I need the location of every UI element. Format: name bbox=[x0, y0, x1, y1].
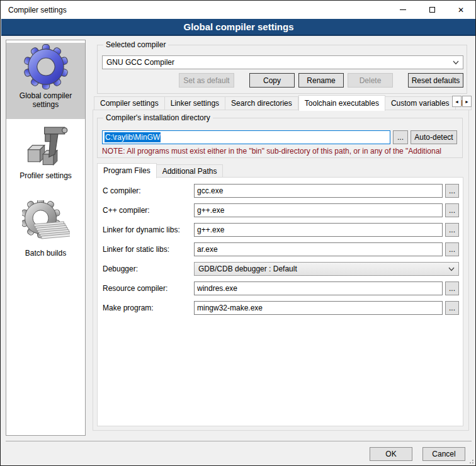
tab-toolchain-executables[interactable]: Toolchain executables bbox=[298, 95, 385, 111]
selected-compiler-group: Selected compiler GNU GCC Compiler Set a… bbox=[97, 45, 467, 94]
c-compiler-input[interactable] bbox=[194, 184, 443, 198]
install-dir-selected-text: C:\raylib\MinGW bbox=[105, 132, 161, 142]
selected-compiler-value: GNU GCC Compiler bbox=[106, 58, 453, 67]
field-label: Linker for dynamic libs: bbox=[103, 225, 194, 234]
field-row-debugger: Debugger: GDB/CDB debugger : Default bbox=[103, 262, 459, 276]
c-compiler-browse-button[interactable]: ... bbox=[445, 184, 459, 198]
resize-grip[interactable] bbox=[468, 458, 473, 463]
cpp-compiler-browse-button[interactable]: ... bbox=[445, 203, 459, 217]
delete-button: Delete bbox=[348, 73, 393, 88]
profiler-caliper-icon bbox=[22, 123, 70, 171]
install-dir-browse-button[interactable]: ... bbox=[393, 130, 408, 144]
banner: Global compiler settings bbox=[1, 19, 476, 36]
field-row-c-compiler: C compiler: ... bbox=[103, 184, 459, 198]
field-label: Linker for static libs: bbox=[103, 245, 194, 254]
minimize-button[interactable] bbox=[388, 1, 417, 19]
page-title: Global compiler settings bbox=[183, 21, 293, 32]
sidebar: Global compiler settings bbox=[6, 40, 86, 436]
installation-directory-group: Compiler's installation directory C:\ray… bbox=[97, 118, 463, 158]
resource-compiler-browse-button[interactable]: ... bbox=[445, 281, 459, 295]
linker-static-browse-button[interactable]: ... bbox=[445, 242, 459, 256]
make-program-browse-button[interactable]: ... bbox=[445, 301, 459, 315]
set-as-default-button: Set as default bbox=[179, 73, 234, 88]
close-icon: ✕ bbox=[458, 6, 464, 14]
tab-scroll-left-button[interactable]: ◄ bbox=[452, 96, 462, 107]
gear-blue-icon bbox=[22, 43, 70, 91]
subtab-program-files[interactable]: Program Files bbox=[97, 163, 157, 178]
copy-button[interactable]: Copy bbox=[249, 73, 295, 88]
field-row-resource-compiler: Resource compiler: ... bbox=[103, 281, 459, 295]
titlebar: Compiler settings ✕ bbox=[1, 1, 475, 19]
debugger-value: GDB/CDB debugger : Default bbox=[198, 264, 448, 273]
tab-scroll-right-icon: ► bbox=[465, 99, 469, 104]
tab-scroll-left-icon: ◄ bbox=[455, 99, 459, 104]
field-label: Debugger: bbox=[103, 264, 194, 273]
sidebar-item-batch-builds[interactable]: Batch builds bbox=[6, 200, 85, 261]
group-label: Selected compiler bbox=[103, 40, 168, 49]
bin-subdirectory-note: NOTE: All programs must exist either in … bbox=[102, 147, 459, 156]
chevron-down-icon bbox=[448, 267, 455, 271]
reset-defaults-button[interactable]: Reset defaults bbox=[408, 73, 463, 88]
subtab-additional-paths[interactable]: Additional Paths bbox=[157, 164, 224, 178]
batch-builds-icon bbox=[22, 200, 70, 248]
linker-dynamic-input[interactable] bbox=[194, 223, 443, 237]
field-label: C compiler: bbox=[103, 186, 194, 195]
install-dir-input[interactable]: C:\raylib\MinGW bbox=[102, 130, 390, 144]
selected-compiler-combo[interactable]: GNU GCC Compiler bbox=[102, 55, 463, 69]
rename-button[interactable]: Rename bbox=[298, 73, 344, 88]
minimize-icon bbox=[400, 9, 406, 10]
cpp-compiler-input[interactable] bbox=[194, 203, 443, 217]
tab-search-directories[interactable]: Search directories bbox=[225, 96, 298, 110]
linker-dynamic-browse-button[interactable]: ... bbox=[445, 223, 459, 237]
ok-button[interactable]: OK bbox=[370, 447, 412, 461]
field-label: Resource compiler: bbox=[103, 284, 194, 293]
field-row-make-program: Make program: ... bbox=[103, 301, 459, 315]
maximize-icon bbox=[429, 7, 435, 13]
linker-static-input[interactable] bbox=[194, 242, 443, 256]
field-label: Make program: bbox=[103, 304, 194, 312]
window-title: Compiler settings bbox=[8, 6, 67, 14]
sidebar-item-label: Global compiler settings bbox=[6, 91, 85, 113]
debugger-combo[interactable]: GDB/CDB debugger : Default bbox=[194, 262, 459, 276]
auto-detect-button[interactable]: Auto-detect bbox=[411, 130, 457, 144]
tab-linker-settings[interactable]: Linker settings bbox=[165, 96, 225, 110]
caption-buttons: ✕ bbox=[388, 1, 475, 19]
compiler-settings-dialog: Compiler settings ✕ Global compiler sett… bbox=[0, 0, 476, 466]
compiler-buttons-row: Set as default Copy Rename Delete Reset … bbox=[98, 73, 463, 88]
sidebar-item-profiler-settings[interactable]: Profiler settings bbox=[6, 123, 85, 184]
field-row-linker-dynamic: Linker for dynamic libs: ... bbox=[103, 223, 459, 237]
cancel-button[interactable]: Cancel bbox=[422, 447, 465, 461]
tab-custom-variables[interactable]: Custom variables bbox=[385, 96, 456, 110]
resource-compiler-input[interactable] bbox=[194, 281, 443, 295]
maximize-button[interactable] bbox=[417, 1, 446, 19]
installation-directory-row: C:\raylib\MinGW ... Auto-detect bbox=[102, 130, 457, 144]
field-row-cpp-compiler: C++ compiler: ... bbox=[103, 203, 459, 217]
sidebar-item-label: Profiler settings bbox=[6, 171, 85, 184]
close-button[interactable]: ✕ bbox=[446, 1, 475, 19]
program-files-page: C compiler: ... C++ compiler: ... Linker… bbox=[97, 177, 463, 426]
toolchain-subtabs: Program Files Additional Paths bbox=[97, 162, 223, 178]
group-label: Compiler's installation directory bbox=[103, 113, 213, 122]
sidebar-item-label: Batch builds bbox=[6, 248, 85, 261]
make-program-input[interactable] bbox=[194, 301, 443, 315]
tab-scroll-right-button[interactable]: ► bbox=[462, 96, 472, 107]
sidebar-item-global-compiler-settings[interactable]: Global compiler settings bbox=[6, 43, 85, 119]
field-row-linker-static: Linker for static libs: ... bbox=[103, 242, 459, 256]
main-tabstrip: Compiler settings Linker settings Search… bbox=[94, 94, 472, 110]
footer-divider bbox=[6, 441, 472, 441]
chevron-down-icon bbox=[453, 60, 459, 65]
tab-compiler-settings[interactable]: Compiler settings bbox=[94, 96, 165, 110]
field-label: C++ compiler: bbox=[103, 206, 194, 215]
